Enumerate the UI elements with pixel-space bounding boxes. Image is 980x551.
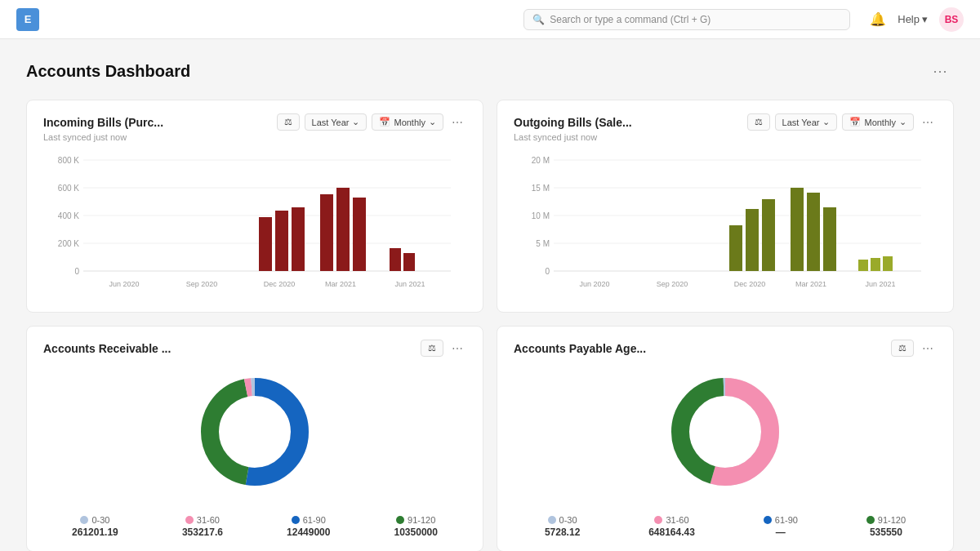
incoming-year-label: Last Year [312,118,350,127]
help-button[interactable]: Help ▾ [898,13,928,25]
outgoing-year-button[interactable]: Last Year ⌄ [775,113,838,131]
ap-legend: 0-30 5728.12 31-60 648164.43 61-90 [514,505,937,538]
ap-range-0-30: 0-30 [559,515,577,525]
bell-icon[interactable]: 🔔 [870,11,886,27]
incoming-bills-chart: 800 K 600 K 400 K 200 K 0 Jun 2020 Sep 2… [43,152,466,299]
svg-text:Jun 2021: Jun 2021 [865,280,895,288]
svg-point-52 [224,401,286,463]
search-icon: 🔍 [532,14,545,25]
outgoing-year-label: Last Year [782,118,820,127]
ar-value-91-120: 10350000 [394,527,438,538]
chevron-down-icon: ⌄ [899,117,906,127]
accounts-payable-card: Accounts Payable Age... ⚖ ⋯ [497,326,954,551]
svg-text:20 M: 20 M [532,156,550,165]
svg-point-57 [694,401,756,463]
dashboard-grid: Incoming Bills (Purc... ⚖ Last Year ⌄ 📅 … [26,100,954,551]
page-header: Accounts Dashboard ⋯ [26,59,954,83]
svg-text:200 K: 200 K [58,239,79,248]
ap-donut-svg [660,367,791,497]
page-options-button[interactable]: ⋯ [926,59,954,83]
chevron-down-icon: ⌄ [429,117,436,127]
ap-legend-item-31-60: 31-60 648164.43 [648,515,695,538]
accounts-receivable-header: Accounts Receivable ... ⚖ ⋯ [43,340,466,357]
ar-options-button[interactable]: ⋯ [448,340,466,357]
svg-text:0: 0 [545,267,550,276]
outgoing-bills-subtitle: Last synced just now [514,132,937,142]
ar-value-61-90: 12449000 [287,527,330,538]
chevron-down-icon: ▾ [922,13,928,25]
outgoing-period-button[interactable]: 📅 Monthly ⌄ [842,113,914,131]
svg-rect-39 [746,209,759,271]
incoming-bills-card: Incoming Bills (Purc... ⚖ Last Year ⌄ 📅 … [26,100,483,313]
accounts-payable-title: Accounts Payable Age... [514,342,646,355]
incoming-period-button[interactable]: 📅 Monthly ⌄ [372,113,443,131]
search-bar[interactable]: 🔍 Search or type a command (Ctrl + G) [523,9,850,30]
outgoing-bills-card: Outgoing Bills (Sale... ⚖ Last Year ⌄ 📅 … [497,100,954,313]
ar-legend-label-61-90: 61-90 [292,515,326,525]
ap-legend-item-0-30: 0-30 5728.12 [545,515,580,538]
svg-text:Mar 2021: Mar 2021 [795,280,826,288]
svg-rect-16 [275,211,288,271]
ap-legend-label-0-30: 0-30 [548,515,577,525]
ar-dot-61-90 [292,516,300,524]
accounts-payable-header: Accounts Payable Age... ⚖ ⋯ [514,340,937,357]
ar-legend-label-31-60: 31-60 [185,515,220,525]
outgoing-options-button[interactable]: ⋯ [919,114,937,131]
svg-rect-42 [807,193,820,271]
ar-legend-item-31-60: 31-60 353217.6 [182,515,223,538]
ap-dot-91-120 [866,516,875,524]
ar-range-61-90: 61-90 [303,515,326,525]
ar-range-31-60: 31-60 [197,515,220,525]
svg-text:800 K: 800 K [58,156,79,165]
svg-rect-22 [403,253,415,271]
svg-text:Dec 2020: Dec 2020 [264,280,296,288]
ap-filter-button[interactable]: ⚖ [891,340,914,357]
outgoing-bills-title: Outgoing Bills (Sale... [514,116,632,129]
ap-range-91-120: 91-120 [878,515,906,525]
incoming-year-button[interactable]: Last Year ⌄ [305,113,368,131]
svg-text:400 K: 400 K [58,211,79,220]
svg-rect-19 [336,188,350,271]
avatar[interactable]: BS [939,7,964,32]
svg-text:Mar 2021: Mar 2021 [325,280,356,288]
svg-text:Sep 2020: Sep 2020 [186,280,218,288]
search-placeholder: Search or type a command (Ctrl + G) [550,14,710,25]
svg-text:10 M: 10 M [532,211,550,220]
outgoing-bills-controls: ⚖ Last Year ⌄ 📅 Monthly ⌄ ⋯ [747,113,937,131]
page-title: Accounts Dashboard [26,62,190,81]
outgoing-bills-chart: 20 M 15 M 10 M 5 M 0 Jun 2020 Sep 2020 D… [514,152,937,299]
ap-options-button[interactable]: ⋯ [919,340,937,357]
outgoing-filter-button[interactable]: ⚖ [747,113,770,131]
ap-legend-item-61-90: 61-90 — [764,515,798,538]
ar-legend: 0-30 261201.19 31-60 353217.6 61-90 [43,505,466,538]
ar-filter-button[interactable]: ⚖ [421,340,443,357]
svg-text:5 M: 5 M [536,239,550,248]
svg-text:15 M: 15 M [532,184,550,193]
calendar-icon: 📅 [849,117,861,127]
ap-value-0-30: 5728.12 [545,527,580,538]
svg-rect-40 [762,199,775,271]
svg-text:Sep 2020: Sep 2020 [657,280,688,288]
ap-legend-label-91-120: 91-120 [866,515,906,525]
ap-range-61-90: 61-90 [775,515,798,525]
ar-dot-31-60 [185,516,194,524]
svg-rect-43 [823,207,836,271]
ap-value-91-120: 535550 [870,527,902,538]
incoming-bills-subtitle: Last synced just now [43,132,466,142]
incoming-bills-svg: 800 K 600 K 400 K 200 K 0 Jun 2020 Sep 2… [43,152,466,299]
ar-dot-91-120 [396,516,404,524]
svg-rect-38 [729,225,742,271]
filter-icon: ⚖ [755,117,763,127]
svg-rect-45 [871,258,880,271]
filter-icon: ⚖ [898,343,906,353]
ar-legend-label-91-120: 91-120 [396,515,435,525]
ar-value-0-30: 261201.19 [72,527,118,538]
incoming-options-button[interactable]: ⋯ [448,114,466,131]
outgoing-period-label: Monthly [864,118,896,127]
header-actions: 🔔 Help ▾ BS [870,7,964,32]
svg-text:Jun 2020: Jun 2020 [579,280,609,288]
svg-text:Jun 2020: Jun 2020 [109,280,139,288]
ap-legend-label-61-90: 61-90 [764,515,798,525]
incoming-bills-header: Incoming Bills (Purc... ⚖ Last Year ⌄ 📅 … [43,113,466,131]
incoming-filter-button[interactable]: ⚖ [277,113,300,131]
